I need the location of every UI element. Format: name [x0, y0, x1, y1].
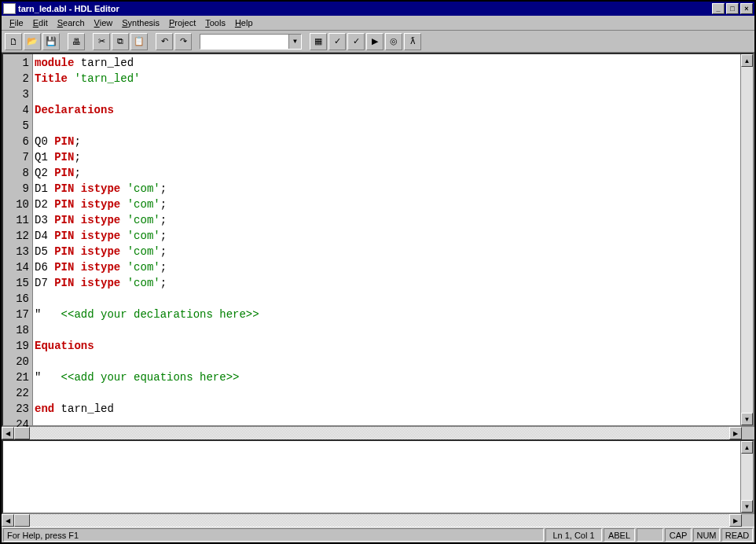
output-content[interactable] [3, 441, 740, 513]
code-line[interactable] [33, 385, 740, 401]
window-title: tarn_led.abl - HDL Editor [18, 4, 712, 13]
code-line[interactable]: D4 PIN istype 'com'; [33, 228, 740, 244]
toolbar-check2-button[interactable]: ✓ [347, 33, 365, 50]
scroll-down-button[interactable]: ▼ [741, 500, 753, 513]
line-number: 15 [3, 275, 32, 291]
toolbar-check-button[interactable]: ✓ [328, 33, 346, 50]
code-line[interactable]: Equations [33, 338, 740, 354]
scroll-thumb[interactable] [14, 514, 30, 527]
status-help: For Help, press F1 [3, 528, 544, 542]
toolbar-open-button[interactable]: 📂 [24, 33, 41, 50]
code-line[interactable]: D5 PIN istype 'com'; [33, 244, 740, 259]
code-line[interactable]: D2 PIN istype 'com'; [33, 197, 740, 212]
line-number: 14 [3, 259, 32, 275]
scroll-right-button[interactable]: ▶ [729, 514, 742, 527]
toolbar-cut-button[interactable]: ✂ [93, 33, 110, 50]
scroll-track[interactable] [30, 514, 729, 527]
code-line[interactable]: Q2 PIN; [33, 165, 740, 181]
toolbar-new-button[interactable]: 🗋 [5, 33, 22, 50]
code-line[interactable]: D6 PIN istype 'com'; [33, 259, 740, 275]
code-line[interactable]: end tarn_led [33, 401, 740, 417]
close-button[interactable]: × [740, 3, 753, 14]
line-number: 20 [3, 354, 32, 369]
menubar: FileEditSearchViewSynthesisProjectToolsH… [2, 16, 754, 31]
minimize-button[interactable]: _ [712, 3, 725, 14]
app-window: tarn_led.abl - HDL Editor _ □ × FileEdit… [0, 0, 756, 544]
code-line[interactable]: " <<add your equations here>> [33, 369, 740, 385]
menu-tools[interactable]: Tools [200, 17, 230, 29]
dropdown-arrow-icon[interactable]: ▼ [288, 35, 301, 49]
toolbar-arrow-button[interactable]: ▶ [366, 33, 384, 50]
maximize-button[interactable]: □ [726, 3, 739, 14]
scroll-corner [742, 514, 754, 527]
code-line[interactable]: " <<add your declarations here>> [33, 307, 740, 322]
editor-vscrollbar[interactable]: ▲ ▼ [740, 54, 753, 425]
menu-search[interactable]: Search [53, 17, 90, 29]
status-num: NUM [693, 528, 720, 542]
scroll-thumb[interactable] [14, 427, 30, 439]
code-line[interactable]: Title 'tarn_led' [33, 71, 740, 86]
line-number: 11 [3, 212, 32, 228]
code-line[interactable]: D3 PIN istype 'com'; [33, 212, 740, 228]
toolbar-paste-button[interactable]: 📋 [130, 33, 148, 50]
toolbar-save-button[interactable]: 💾 [42, 33, 60, 50]
code-line[interactable]: D1 PIN istype 'com'; [33, 181, 740, 197]
code-line[interactable]: Declarations [33, 102, 740, 118]
line-number: 8 [3, 165, 32, 181]
output-hscrollbar[interactable]: ◀ ▶ [2, 514, 754, 527]
line-number: 16 [3, 291, 32, 307]
statusbar: For Help, press F1 Ln 1, Col 1 ABEL CAP … [2, 527, 754, 542]
status-cap: CAP [665, 528, 692, 542]
line-number: 17 [3, 307, 32, 322]
code-line[interactable] [33, 322, 740, 338]
line-number: 9 [3, 181, 32, 197]
menu-file[interactable]: File [5, 17, 28, 29]
toolbar-target-button[interactable]: ◎ [385, 33, 402, 50]
menu-help[interactable]: Help [230, 17, 258, 29]
code-line[interactable] [33, 118, 740, 134]
code-line[interactable]: Q1 PIN; [33, 149, 740, 165]
code-line[interactable] [33, 86, 740, 102]
toolbar-print-button[interactable]: 🖶 [68, 33, 85, 50]
toolbar-lambda-button[interactable]: ƛ [404, 33, 421, 50]
code-line[interactable]: D7 PIN istype 'com'; [33, 275, 740, 291]
output-vscrollbar[interactable]: ▲ ▼ [740, 441, 753, 513]
scroll-corner [742, 427, 754, 439]
line-number: 6 [3, 134, 32, 149]
toolbar-compile-button[interactable]: ▦ [310, 33, 327, 50]
scroll-track[interactable] [741, 454, 753, 500]
code-line[interactable] [33, 354, 740, 369]
scroll-left-button[interactable]: ◀ [2, 514, 14, 527]
line-number: 22 [3, 385, 32, 401]
scroll-up-button[interactable]: ▲ [741, 441, 753, 454]
scroll-right-button[interactable]: ▶ [729, 427, 742, 439]
status-blank [637, 528, 663, 542]
editor-hscrollbar[interactable]: ◀ ▶ [2, 427, 754, 439]
titlebar: tarn_led.abl - HDL Editor _ □ × [2, 2, 754, 16]
line-number: 13 [3, 244, 32, 259]
line-number: 1 [3, 55, 32, 71]
toolbar-redo-button[interactable]: ↷ [174, 33, 192, 50]
code-line[interactable]: module tarn_led [33, 55, 740, 71]
menu-edit[interactable]: Edit [28, 17, 53, 29]
scroll-track[interactable] [30, 427, 729, 439]
line-number: 19 [3, 338, 32, 354]
menu-synthesis[interactable]: Synthesis [117, 17, 164, 29]
code-line[interactable]: Q0 PIN; [33, 134, 740, 149]
menu-project[interactable]: Project [164, 17, 200, 29]
code-line[interactable] [33, 417, 740, 425]
code-line[interactable] [33, 291, 740, 307]
toolbar-copy-button[interactable]: ⧉ [112, 33, 129, 50]
toolbar-undo-button[interactable]: ↶ [156, 33, 173, 50]
menu-view[interactable]: View [90, 17, 118, 29]
code-area[interactable]: module tarn_ledTitle 'tarn_led'Declarati… [33, 54, 740, 425]
toolbar-combo[interactable]: ▼ [200, 34, 302, 50]
line-number: 10 [3, 197, 32, 212]
scroll-track[interactable] [741, 67, 753, 413]
scroll-up-button[interactable]: ▲ [741, 54, 753, 67]
line-number: 23 [3, 401, 32, 417]
toolbar: 🗋📂💾🖶✂⧉📋↶↷▼▦✓✓▶◎ƛ [2, 31, 754, 53]
scroll-left-button[interactable]: ◀ [2, 427, 14, 439]
line-number: 2 [3, 71, 32, 86]
scroll-down-button[interactable]: ▼ [741, 413, 753, 425]
